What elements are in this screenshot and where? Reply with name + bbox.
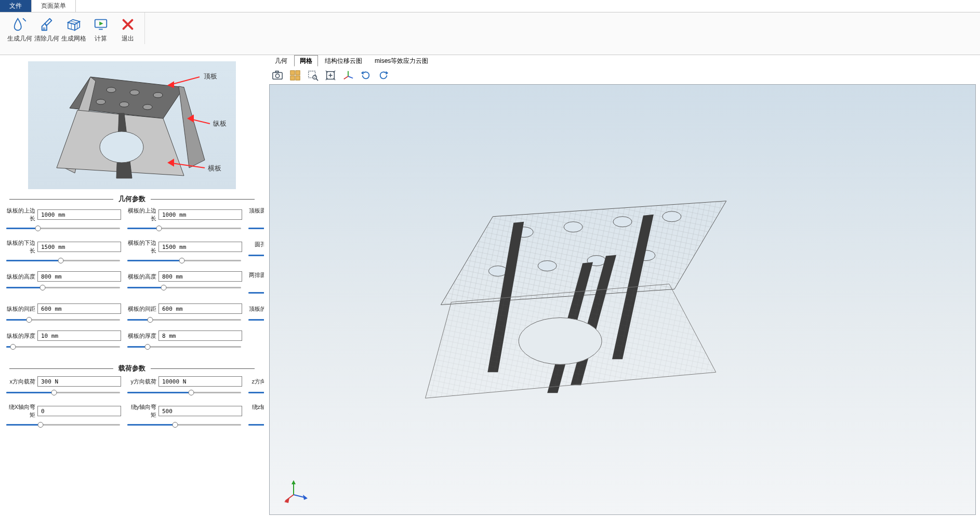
compute-button[interactable]: 计算: [87, 15, 114, 43]
param-label: 纵板的下边长: [5, 239, 35, 255]
snapshot-button[interactable]: [270, 68, 285, 83]
geom-param: 纵板的上边长: [5, 207, 121, 235]
svg-point-33: [313, 75, 316, 79]
svg-rect-28: [290, 71, 295, 75]
param-input[interactable]: [37, 303, 121, 314]
view-tab-geometry[interactable]: 几何: [269, 55, 293, 67]
param-input[interactable]: [158, 376, 242, 387]
param-label: 绕z轴向弯矩: [247, 403, 264, 419]
ribbon-label: 生成几何: [7, 34, 32, 43]
rotate-ccw-button[interactable]: [376, 68, 391, 83]
svg-rect-27: [275, 71, 279, 73]
param-input[interactable]: [37, 376, 121, 387]
param-slider[interactable]: [248, 389, 264, 396]
param-input[interactable]: [158, 406, 242, 416]
label-cross-plate: 横板: [208, 164, 221, 172]
svg-point-55: [519, 317, 602, 364]
svg-marker-61: [284, 498, 289, 503]
view-tab-disp[interactable]: 结构位移云图: [319, 55, 368, 67]
param-input[interactable]: [37, 330, 121, 341]
param-input[interactable]: [37, 242, 121, 252]
svg-line-38: [344, 76, 348, 80]
geom-param: 顶板的厚度: [247, 303, 264, 326]
viewport-toolbar: [264, 67, 980, 84]
svg-point-12: [120, 102, 129, 107]
svg-point-46: [488, 266, 507, 276]
param-slider[interactable]: [6, 343, 120, 350]
svg-point-8: [107, 87, 116, 92]
param-slider[interactable]: [248, 421, 264, 428]
param-slider[interactable]: [127, 389, 241, 396]
param-input[interactable]: [158, 303, 242, 314]
svg-point-45: [663, 211, 681, 222]
top-tab-bar: 文件 页面菜单: [0, 0, 980, 12]
param-slider[interactable]: [127, 316, 241, 323]
param-input[interactable]: [158, 242, 242, 252]
param-slider[interactable]: [127, 343, 241, 350]
fit-view-icon: [325, 70, 336, 81]
brush-icon: [39, 17, 55, 32]
tab-file[interactable]: 文件: [0, 0, 32, 12]
param-slider[interactable]: [248, 224, 264, 232]
label-long-plate: 纵板: [213, 120, 227, 127]
geom-param: 顶板圆孔半径: [247, 207, 264, 235]
param-label: 横板的上边长: [126, 207, 156, 222]
param-slider[interactable]: [127, 284, 241, 291]
param-slider[interactable]: [6, 316, 120, 323]
fit-view-button[interactable]: [323, 68, 338, 83]
view-tab-mises[interactable]: mises等效应力云图: [369, 55, 434, 67]
ribbon-label: 清除几何: [34, 34, 59, 43]
section-header-geom: 几何参数: [4, 194, 260, 204]
param-label: z方向载荷: [247, 378, 264, 386]
param-slider[interactable]: [6, 257, 120, 264]
param-input[interactable]: [37, 209, 121, 220]
multiview-button[interactable]: [288, 68, 302, 83]
param-input[interactable]: [37, 271, 121, 282]
param-slider[interactable]: [6, 389, 120, 396]
generate-geometry-button[interactable]: 生成几何: [6, 15, 33, 43]
geom-param: 横板的下边长: [126, 239, 242, 267]
param-label: 纵板的厚度: [5, 332, 35, 340]
svg-line-2: [70, 21, 77, 23]
param-slider[interactable]: [248, 289, 264, 296]
rotate-cw-button[interactable]: [359, 68, 373, 83]
param-slider[interactable]: [6, 224, 120, 232]
zoom-area-button[interactable]: [306, 68, 320, 83]
param-label: 横板的下边长: [126, 239, 156, 255]
zoom-area-icon: [307, 70, 319, 81]
param-slider[interactable]: [127, 257, 241, 264]
exit-button[interactable]: 退出: [114, 15, 141, 43]
param-label: 绕y轴向弯矩: [126, 403, 156, 419]
svg-marker-57: [292, 480, 296, 484]
param-input[interactable]: [158, 271, 242, 282]
clear-geometry-button[interactable]: 清除几何: [33, 15, 60, 43]
svg-point-47: [538, 261, 557, 271]
load-param: 绕z轴向弯矩: [247, 403, 264, 431]
drop-icon: [12, 17, 28, 32]
param-slider[interactable]: [127, 224, 241, 232]
param-label: 横板的高度: [126, 273, 156, 281]
param-input[interactable]: [158, 209, 242, 220]
param-input[interactable]: [37, 406, 121, 416]
param-label: 纵板的间距: [5, 305, 35, 313]
viewport-3d[interactable]: [269, 84, 976, 515]
tab-page-menu[interactable]: 页面菜单: [32, 0, 76, 12]
svg-marker-59: [303, 495, 308, 500]
param-slider[interactable]: [6, 421, 120, 428]
svg-marker-40: [386, 71, 389, 75]
param-slider[interactable]: [6, 284, 120, 291]
param-input[interactable]: [158, 330, 242, 341]
geom-param: 纵板的厚度: [5, 330, 121, 353]
axis-orient-button[interactable]: [341, 68, 355, 83]
param-slider[interactable]: [248, 316, 264, 323]
svg-line-34: [316, 78, 318, 81]
param-label: 圆孔间距: [247, 241, 264, 248]
generate-mesh-button[interactable]: 生成网格: [60, 15, 87, 43]
svg-point-11: [96, 99, 105, 104]
param-slider[interactable]: [127, 421, 241, 428]
view-tab-mesh[interactable]: 网格: [294, 55, 318, 67]
svg-rect-32: [309, 71, 315, 78]
svg-point-44: [613, 217, 632, 227]
axis-triad-icon: [342, 70, 354, 81]
param-slider[interactable]: [248, 252, 264, 259]
